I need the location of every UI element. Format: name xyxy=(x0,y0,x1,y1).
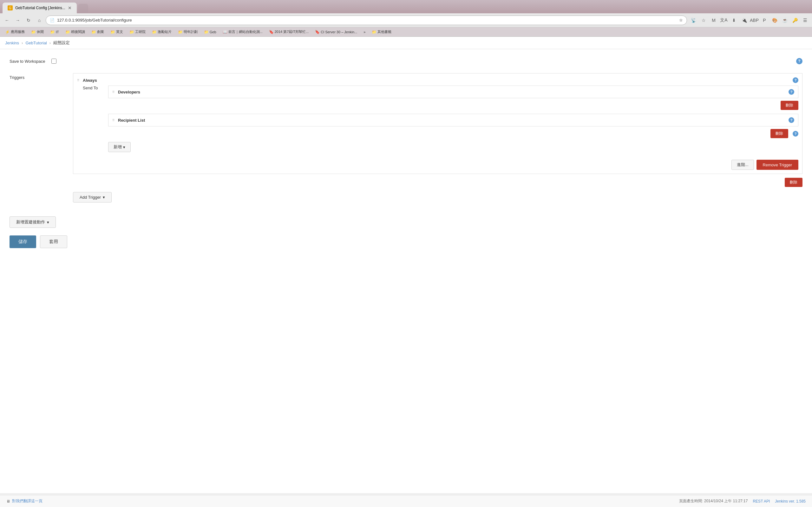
send-to-label: Send To xyxy=(83,86,108,90)
breadcrumb-jenkins[interactable]: Jenkins xyxy=(5,41,19,45)
bookmark-workshop[interactable]: 📁 工研院 xyxy=(127,29,148,35)
config-content: Save to Workspace ? Triggers Always ? S xyxy=(0,49,812,274)
add-notification-label: 新增 xyxy=(113,144,122,150)
bookmark-apps[interactable]: ⚡ 應用服務 xyxy=(3,29,27,35)
add-trigger-label: Add Trigger xyxy=(80,195,101,200)
pocket-icon[interactable]: P xyxy=(760,16,769,25)
recipient-help-icon[interactable]: ? xyxy=(789,117,794,123)
trigger-always-block: Always ? Send To Developers ? xyxy=(73,73,803,174)
breadcrumb-gebtutorial[interactable]: GebTutorial xyxy=(26,41,47,45)
bookmark-it[interactable]: 📁 IT xyxy=(48,29,61,35)
bookmark-blog[interactable]: 📖 前言｜網站自動化測... xyxy=(220,29,265,35)
bookmark-break[interactable]: 📁 休閒 xyxy=(29,29,46,35)
bookmark-read-later-label: 稍後閱讀 xyxy=(71,30,85,34)
breadcrumb-sep-2: › xyxy=(49,41,51,45)
folder-icon-shortcuts: 📁 xyxy=(152,30,157,34)
bookmark-read-later[interactable]: 📁 稍後閱讀 xyxy=(63,29,88,35)
bookmark-more[interactable]: » xyxy=(361,30,368,35)
send-to-row: Send To Developers ? 刪除 xyxy=(77,86,798,157)
folder-icon-nextyear: 📁 xyxy=(178,30,183,34)
star-icon[interactable]: ☆ xyxy=(679,18,683,22)
book-icon-blog: 📖 xyxy=(223,30,227,34)
download-icon[interactable]: ⬇ xyxy=(729,16,739,25)
bookmark-english-label: 英文 xyxy=(116,30,123,34)
lastpass-icon[interactable]: 🔑 xyxy=(791,16,799,25)
bookmark-startup-label: 創業 xyxy=(97,30,104,34)
delete-recipient-btn[interactable]: 刪除 xyxy=(770,129,788,138)
nav-actions: 📡 ☆ M 文A ⬇ 🔌 ABP P 🎨 ☕ 🔑 ☰ xyxy=(689,16,809,25)
color-icon[interactable]: 🎨 xyxy=(770,16,779,25)
active-tab[interactable]: G GebTutorial Config [Jenkins... ✕ xyxy=(3,3,77,13)
save-workspace-help-icon[interactable]: ? xyxy=(796,58,803,64)
always-label: Always xyxy=(83,78,97,83)
breadcrumb: Jenkins › GebTutorial › 組態設定 xyxy=(0,37,812,49)
extension-icon[interactable]: 🔌 xyxy=(740,16,749,25)
recipient-list-label: Recipient List xyxy=(118,118,786,123)
rss-icon[interactable]: 📡 xyxy=(689,16,698,25)
bookmark-next-year[interactable]: 📁 明年計劃 xyxy=(175,29,200,35)
bottom-bar: 🖥 對我們翻譯這一頁 頁面產生時間: 2014/10/24 上午 11:27:1… xyxy=(0,495,812,507)
drag-handle-developers[interactable] xyxy=(112,90,116,94)
tab-favicon: G xyxy=(8,5,13,10)
drag-handle-recipient[interactable] xyxy=(112,118,116,122)
add-post-action-btn[interactable]: 新增置建後動作 xyxy=(9,216,56,228)
bookmark-star-icon[interactable]: ☆ xyxy=(699,16,708,25)
apps-icon: ⚡ xyxy=(5,30,10,34)
translate-link[interactable]: 對我們翻譯這一頁 xyxy=(12,498,43,504)
triggers-label: Triggers xyxy=(9,73,73,80)
remove-trigger-btn[interactable]: Remove Trigger xyxy=(757,160,798,170)
triggers-section: Triggers Always ? Send To xyxy=(9,73,803,210)
refresh-btn[interactable]: ↻ xyxy=(24,16,33,25)
bookmark-next-year-label: 明年計劃 xyxy=(184,30,198,34)
add-notification-btn[interactable]: 新增 xyxy=(108,142,131,152)
add-post-action-label: 新增置建後動作 xyxy=(16,219,45,225)
main-wrapper: Jenkins › GebTutorial › 組態設定 Save to Wor… xyxy=(0,37,812,493)
jenkins-version-link[interactable]: Jenkins ver. 1.585 xyxy=(775,499,806,504)
back-btn[interactable]: ← xyxy=(3,16,11,25)
delete-developers-btn[interactable]: 刪除 xyxy=(780,101,798,110)
bookmark-shortcuts[interactable]: 📁 激勵短片 xyxy=(149,29,174,35)
save-to-workspace-checkbox[interactable] xyxy=(51,59,56,64)
drag-handle-always[interactable] xyxy=(77,78,81,82)
translate-icon[interactable]: 文A xyxy=(719,16,728,25)
adblock-icon[interactable]: ABP xyxy=(750,16,759,25)
bookmarks-bar: ⚡ 應用服務 📁 休閒 📁 IT 📁 稍後閱讀 📁 創業 📁 英文 📁 工研院 … xyxy=(0,27,812,37)
rest-api-link[interactable]: REST API xyxy=(753,499,770,504)
apply-btn[interactable]: 套用 xyxy=(40,235,67,248)
bookmark-break-label: 休閒 xyxy=(37,30,44,34)
bookmark-workshop-label: 工研院 xyxy=(135,30,146,34)
delete-trigger-btn[interactable]: 刪除 xyxy=(785,178,803,187)
always-help-icon[interactable]: ? xyxy=(793,77,798,83)
bookmark-itbang[interactable]: 🔖 2014 第7屆IT邦幫忙... xyxy=(266,29,311,35)
home-btn[interactable]: ⌂ xyxy=(35,16,44,25)
folder-icon-read: 📁 xyxy=(65,30,70,34)
tab-bar: G GebTutorial Config [Jenkins... ✕ xyxy=(0,0,812,13)
active-tab-label: GebTutorial Config [Jenkins... xyxy=(15,6,65,10)
bookmark-geb[interactable]: 📁 Geb xyxy=(201,29,219,35)
bookmark-english[interactable]: 📁 英文 xyxy=(108,29,125,35)
forward-btn[interactable]: → xyxy=(13,16,22,25)
inactive-tab[interactable] xyxy=(78,4,88,13)
bookmark-other-label: 其他書籤 xyxy=(377,30,392,34)
address-text: 127.0.0.1:9095/job/GebTutorial/configure xyxy=(57,18,676,22)
folder-icon-break: 📁 xyxy=(31,30,36,34)
recipient-extra-help-icon[interactable]: ? xyxy=(793,131,798,136)
add-trigger-chevron-icon xyxy=(103,195,105,200)
folder-icon-other: 📁 xyxy=(372,30,376,34)
more-label: » xyxy=(363,30,365,34)
timestamp-label: 頁面產生時間: 2014/10/24 上午 11:27:17 xyxy=(679,498,748,504)
address-lock-icon: 📄 xyxy=(50,18,55,22)
bookmark-other[interactable]: 📁 其他書籤 xyxy=(369,29,394,35)
gmail-icon[interactable]: M xyxy=(709,16,718,25)
advanced-btn[interactable]: 進階... xyxy=(731,160,754,170)
java-icon[interactable]: ☕ xyxy=(780,16,789,25)
developers-help-icon[interactable]: ? xyxy=(789,89,794,95)
bookmark-startup[interactable]: 📁 創業 xyxy=(89,29,107,35)
save-btn[interactable]: 儲存 xyxy=(9,235,36,248)
add-chevron-icon xyxy=(123,145,125,150)
menu-btn[interactable]: ☰ xyxy=(801,16,809,25)
address-bar[interactable]: 📄 127.0.0.1:9095/job/GebTutorial/configu… xyxy=(46,15,687,25)
bookmark-ci[interactable]: 🔖 CI Server 30 – Jenkin... xyxy=(312,29,360,35)
add-trigger-btn[interactable]: Add Trigger xyxy=(73,192,112,203)
tab-close-btn[interactable]: ✕ xyxy=(68,5,72,10)
